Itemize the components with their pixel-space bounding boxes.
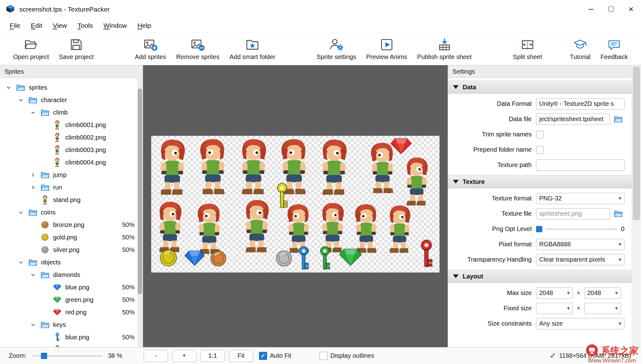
section-data[interactable]: Data [448,81,632,94]
tree-item-green-png[interactable]: green.png50% [0,343,143,347]
tree-item-coins[interactable]: coins [0,206,143,219]
chevron-right-icon[interactable] [29,171,37,179]
data-file-input[interactable]: ject/spritesheet.tpsheet [536,114,610,125]
trim-sprite-names-checkbox[interactable] [536,131,544,138]
toolbar-publish-sprite-sheet[interactable]: Publish sprite sheet [413,37,475,61]
tree-item-character[interactable]: character [0,94,143,106]
tree-item-blue-png[interactable]: blue.png50% [0,281,143,293]
texture-path-input[interactable] [536,160,624,171]
zoom-one-to-one-button[interactable]: 1:1 [201,350,225,362]
minimize-button[interactable] [581,0,601,18]
watermark-url: Www.Winwin7.com [588,357,636,364]
chevron-down-icon[interactable] [29,271,37,278]
chevron-right-icon[interactable] [29,184,37,191]
toolbar-add-smart-folder[interactable]: Add smart folder [226,37,279,61]
toolbar-open-project[interactable]: Open project [9,37,53,61]
png-opt-level-slider[interactable]: 0 [536,225,624,233]
settings-scrollbar-thumb[interactable] [633,66,640,220]
coin-icon [41,234,49,241]
settings-scrollbar[interactable] [632,65,641,347]
fixed-size-select-1[interactable]: ▾ [536,303,573,314]
toolbar-preview-anims[interactable]: Preview Anims [362,37,411,61]
settings-row: Trim sprite names [448,127,632,142]
canvas-area[interactable] [143,65,448,347]
toolbar-add-sprites[interactable]: Add sprites [131,37,170,61]
transparency-handling-select[interactable]: Clear transparent pixels▾ [536,254,624,265]
folder-icon [28,259,37,266]
size-constraints-select[interactable]: Any size▾ [536,318,624,329]
zoom-fit-button[interactable]: Fit [229,350,253,362]
tree-scrollbar[interactable] [137,78,143,347]
tree-item-climb0004-png[interactable]: climb0004.png [0,156,143,169]
toolbar-split-sheet[interactable]: Split sheet [509,37,546,61]
pixel-format-select[interactable]: RGBA8888▾ [536,239,624,250]
scale-percent: 50% [122,234,135,241]
menu-view[interactable]: View [47,22,72,29]
tree-item-diamonds[interactable]: diamonds [0,268,143,281]
display-outlines-checkbox[interactable] [320,352,328,360]
toolbar-sprite-settings[interactable]: Sprite settings [313,37,360,61]
auto-fit-checkbox[interactable] [259,352,267,360]
prepend-folder-name-checkbox[interactable] [536,146,544,154]
section-texture[interactable]: Texture [448,175,632,188]
chevron-down-icon[interactable] [17,258,24,266]
browse-data-file-button[interactable] [612,114,624,125]
field-label: Prepend folder name [448,146,532,153]
tree-item-climb0001-png[interactable]: climb0001.png [0,119,143,131]
tree-item-keys[interactable]: keys [0,318,143,331]
menu-file[interactable]: File [4,22,26,29]
fixed-size-select-2[interactable]: ▾ [584,303,621,314]
toolbar-save-project[interactable]: Save project [55,37,97,61]
tree-scrollbar-thumb[interactable] [138,88,142,294]
tree-item-stand-png[interactable]: stand.png [0,194,143,206]
tree-item-run[interactable]: run [0,181,143,194]
data-format-input[interactable]: Unity® - Texture2D sprite s [536,98,624,110]
toolbar-tutorial[interactable]: Tutorial [566,37,594,61]
menu-help[interactable]: Help [132,22,156,29]
tree-item-climb0002-png[interactable]: climb0002.png [0,131,143,144]
zoom-label: Zoom: [9,352,27,359]
tree-item-bronze-png[interactable]: bronze.png50% [0,219,143,231]
settings-row: Data fileject/spritesheet.tpsheet [448,111,632,127]
settings-sections: DataData FormatUnity® - Texture2D sprite… [448,81,632,331]
chevron-down-icon[interactable] [5,84,12,91]
tree-item-silver-png[interactable]: silver.png50% [0,243,143,256]
texturepacker-window: screenshot.tps - TexturePacker ✕ FileEdi… [0,0,641,364]
chevron-down-icon[interactable] [29,109,37,116]
zoom-plus-button[interactable]: + [172,350,196,362]
slider-handle[interactable] [536,226,542,232]
tree-item-gold-png[interactable]: gold.png50% [0,231,143,243]
chevron-down-icon[interactable] [17,209,24,216]
tree-item-sprites[interactable]: sprites [0,81,143,94]
tree-item-blue-png[interactable]: blue.png50% [0,331,143,343]
tree-item-red-png[interactable]: red.png50% [0,306,143,318]
tree-item-jump[interactable]: jump [0,169,143,181]
menu-edit[interactable]: Edit [26,22,47,29]
watermark-logo-icon [585,344,599,358]
tree-item-climb0003-png[interactable]: climb0003.png [0,144,143,156]
texture-format-select[interactable]: PNG-32▾ [536,193,624,204]
settings-row: Data FormatUnity® - Texture2D sprite s [448,96,632,111]
section-layout[interactable]: Layout [448,270,632,283]
maximize-button[interactable] [601,0,621,18]
texture-file-input[interactable]: spritesheet.png [536,208,610,219]
menu-window[interactable]: Window [98,22,132,29]
close-button[interactable]: ✕ [621,0,641,18]
max-size-select-1[interactable]: 2048▾ [536,288,573,299]
zoom-minus-button[interactable]: - [144,350,168,362]
toolbar-feedback[interactable]: Feedback [597,37,632,61]
tree-item-climb[interactable]: climb [0,106,143,119]
zoom-slider[interactable] [32,352,102,360]
menu-tools[interactable]: Tools [72,22,98,29]
browse-texture-file-button[interactable] [612,208,624,219]
chevron-down-icon: ▾ [619,241,621,248]
tree-item-green-png[interactable]: green.png50% [0,293,143,306]
settings-row: Max size2048▾×2048▾ [448,285,632,301]
tutorial-icon [573,37,587,52]
max-size-select-2[interactable]: 2048▾ [584,288,621,299]
chevron-down-icon[interactable] [17,96,24,104]
toolbar-remove-sprites[interactable]: Remove sprites [172,37,223,61]
zoom-slider-handle[interactable] [41,353,47,359]
tree-item-objects[interactable]: objects [0,256,143,268]
chevron-down-icon[interactable] [29,321,37,328]
